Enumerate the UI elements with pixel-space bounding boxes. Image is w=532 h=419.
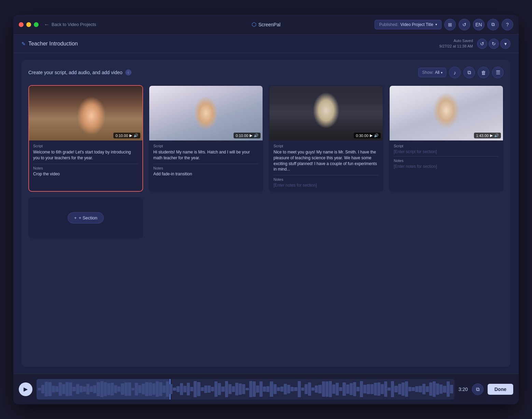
title-right-controls: Published: Video Project Title ▾ ⊞ ↺ EN …	[375, 19, 513, 30]
script-text-1: Welcome to 6th grade! Let's start today …	[33, 149, 138, 161]
thumbnail-2: 0:10.00 ▶ 🔊	[149, 86, 263, 140]
add-section-card[interactable]: + + Section	[28, 197, 143, 238]
layers-icon-btn[interactable]: ⧉	[487, 19, 499, 30]
script-text-2: Hi students! My name is Mrs. Hatch and I…	[153, 149, 258, 161]
duration-badge-4: 1:43.00 ▶ 🔊	[474, 133, 501, 138]
divider-4	[394, 156, 499, 157]
video-card-2[interactable]: 0:10.00 ▶ 🔊 Script Hi students! My name …	[149, 85, 263, 192]
delete-icon-btn[interactable]: 🗑	[478, 67, 489, 78]
done-button[interactable]: Done	[488, 384, 513, 395]
language-btn[interactable]: EN	[473, 19, 485, 30]
show-label: Show:	[422, 70, 433, 75]
done-label: Done	[494, 387, 506, 392]
show-dropdown[interactable]: Show: All ▾	[418, 68, 446, 77]
notes-label-1: Notes	[33, 166, 138, 170]
card-body-1: Script Welcome to 6th grade! Let's start…	[29, 140, 142, 180]
waveform-bars	[37, 379, 454, 400]
help-icon-btn[interactable]: ?	[502, 19, 513, 30]
redo-button[interactable]: ↻	[489, 39, 499, 49]
content-toolbar: Create your script, add audio, and add v…	[28, 67, 504, 78]
project-title-area: ✎ Teacher Introduction	[22, 41, 78, 47]
notes-text-3: [Enter notes for section]	[274, 183, 379, 188]
duration-text-3: 0:30.00	[356, 134, 368, 138]
section-label: + Section	[79, 215, 98, 220]
info-icon[interactable]: i	[125, 69, 131, 76]
trash-icon: 🗑	[481, 70, 486, 76]
mac-window: ← Back to Video Projects ⬡ ScreenPal Pub…	[13, 15, 519, 404]
auto-saved-label: Auto Saved	[439, 38, 473, 43]
history-icon: ↺	[462, 22, 466, 27]
back-label: Back to Video Projects	[52, 22, 96, 27]
auto-saved-area: Auto Saved 9/27/22 at 11:38 AM	[439, 38, 473, 49]
card-body-3: Script Nice to meet you guys! My name is…	[269, 140, 383, 191]
video-card-3[interactable]: 0:30.00 ▶ 🔊 Script Nice to meet you guys…	[269, 85, 383, 192]
script-label-2: Script	[153, 144, 258, 148]
toolbar-right: Show: All ▾ ♪ ⧉ 🗑 ☰	[418, 67, 504, 78]
add-section-button[interactable]: + + Section	[68, 212, 104, 224]
fullscreen-button[interactable]	[34, 22, 39, 27]
duration-badge-2: 0:10.00 ▶ 🔊	[234, 133, 261, 138]
screenpal-logo-icon: ⬡	[252, 21, 256, 28]
card-body-4: Script [Enter script for section] Notes …	[390, 140, 503, 172]
subtitle-bar: ✎ Teacher Introduction Auto Saved 9/27/2…	[13, 35, 519, 53]
notes-label-3: Notes	[274, 177, 379, 181]
traffic-lights	[19, 22, 39, 27]
undo-button[interactable]: ↺	[477, 39, 487, 49]
subtitle-icon-btn[interactable]: ⧉	[472, 383, 484, 395]
play-button[interactable]: ▶	[19, 382, 32, 396]
audio-icon-3: 🔊	[374, 133, 379, 138]
toolbar-left: Create your script, add audio, and add v…	[28, 69, 131, 76]
create-script-label: Create your script, add audio, and add v…	[28, 70, 123, 75]
duration-text-1: 0:10.00	[115, 134, 128, 138]
timeline-bar: ▶ 1:08.00 3:20 ⧉ Done	[13, 374, 519, 404]
video-card-1[interactable]: 0:10.00 ▶ 🔊 Script Welcome to 6th grade!…	[28, 85, 143, 192]
plus-icon: +	[74, 215, 77, 220]
duration-text-4: 1:43.00	[476, 134, 489, 138]
waveform[interactable]: 1:08.00	[37, 379, 454, 400]
script-label-1: Script	[33, 144, 138, 148]
notes-label-2: Notes	[153, 166, 258, 170]
music-icon: ♪	[453, 70, 456, 76]
video-icon-2: ▶	[250, 133, 252, 138]
back-arrow-icon: ←	[44, 22, 50, 28]
language-label: EN	[475, 22, 482, 27]
divider-1	[33, 164, 138, 164]
notes-label-4: Notes	[394, 159, 499, 163]
notes-text-2: Add fade-in transition	[153, 172, 258, 176]
audio-icon-2: 🔊	[254, 133, 258, 138]
help-icon: ?	[506, 22, 509, 27]
main-content: Create your script, add audio, and add v…	[13, 53, 519, 374]
list-icon-btn[interactable]: ☰	[492, 67, 504, 78]
notes-text-1: Crop the video	[33, 172, 138, 176]
script-label-3: Script	[274, 144, 379, 148]
add-section-row: + + Section	[28, 197, 504, 238]
duration-badge-3: 0:30.00 ▶ 🔊	[354, 133, 381, 138]
history-icon-btn[interactable]: ↺	[459, 19, 470, 30]
play-icon: ▶	[24, 386, 28, 392]
video-card-4[interactable]: 1:43.00 ▶ 🔊 Script [Enter script for sec…	[389, 85, 504, 192]
music-icon-btn[interactable]: ♪	[449, 67, 461, 78]
video-icon-1: ▶	[129, 133, 132, 138]
minimize-button[interactable]	[26, 22, 31, 27]
card-body-2: Script Hi students! My name is Mrs. Hatc…	[149, 140, 263, 180]
video-icon-3: ▶	[370, 133, 373, 138]
subtitle-icon: ⧉	[476, 386, 480, 392]
back-button[interactable]: ← Back to Video Projects	[44, 22, 96, 28]
app-name: ScreenPal	[258, 22, 281, 27]
script-text-3: Nice to meet you guys! My name is Mr. Sm…	[274, 149, 379, 172]
audio-icon-4: 🔊	[494, 133, 499, 138]
copy-icon: ⧉	[467, 69, 471, 76]
cards-grid: 0:10.00 ▶ 🔊 Script Welcome to 6th grade!…	[28, 85, 504, 192]
published-dropdown[interactable]: Published: Video Project Title ▾	[375, 20, 442, 29]
copy-icon-btn[interactable]: ⧉	[463, 67, 475, 78]
time-display: 3:20	[459, 387, 468, 392]
script-label-4: Script	[394, 144, 499, 148]
content-card: Create your script, add audio, and add v…	[22, 60, 510, 367]
duration-badge-1: 0:10.00 ▶ 🔊	[113, 133, 140, 138]
close-button[interactable]	[19, 22, 24, 27]
app-title: ⬡ ScreenPal	[252, 21, 281, 28]
more-options-button[interactable]: ▾	[500, 39, 510, 49]
storyboard-icon-btn[interactable]: ⊞	[444, 19, 456, 30]
audio-icon-1: 🔊	[134, 133, 138, 138]
divider-3	[274, 175, 379, 175]
